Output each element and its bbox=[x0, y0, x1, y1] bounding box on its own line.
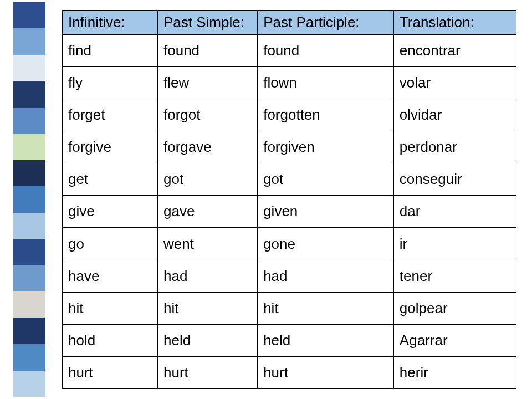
cell-translation: golpear bbox=[393, 292, 516, 324]
cell-translation: Agarrar bbox=[393, 324, 516, 356]
cell-past_simple: forgot bbox=[157, 99, 257, 131]
cell-past_participle: held bbox=[258, 324, 394, 356]
cell-translation: herir bbox=[393, 356, 516, 388]
verb-table: Infinitive: Past Simple: Past Participle… bbox=[62, 10, 516, 389]
verb-table-container: Infinitive: Past Simple: Past Participle… bbox=[62, 10, 516, 389]
decorative-stripes bbox=[13, 2, 45, 397]
cell-past_participle: forgiven bbox=[258, 131, 394, 163]
stripe-segment bbox=[13, 371, 45, 397]
table-row: forgetforgotforgottenolvidar bbox=[63, 99, 516, 131]
header-translation: Translation: bbox=[393, 11, 516, 35]
cell-translation: perdonar bbox=[393, 131, 516, 163]
cell-translation: dar bbox=[393, 196, 516, 228]
table-row: getgotgotconseguir bbox=[63, 163, 516, 196]
cell-infinitive: forgive bbox=[63, 131, 158, 163]
cell-translation: conseguir bbox=[393, 163, 516, 196]
cell-infinitive: hit bbox=[63, 292, 158, 324]
stripe-segment bbox=[13, 265, 45, 291]
stripe-segment bbox=[13, 239, 45, 265]
cell-infinitive: give bbox=[63, 196, 158, 228]
cell-infinitive: get bbox=[63, 163, 158, 196]
cell-infinitive: hold bbox=[63, 324, 158, 356]
cell-infinitive: find bbox=[63, 35, 158, 67]
cell-past_simple: got bbox=[157, 163, 257, 196]
cell-past_simple: had bbox=[157, 260, 257, 292]
cell-translation: encontrar bbox=[393, 35, 516, 67]
cell-past_simple: hurt bbox=[157, 356, 257, 388]
header-past-participle: Past Participle: bbox=[258, 11, 394, 35]
cell-past_simple: flew bbox=[157, 67, 257, 99]
header-infinitive: Infinitive: bbox=[63, 11, 158, 35]
stripe-segment bbox=[13, 2, 45, 28]
cell-infinitive: have bbox=[63, 260, 158, 292]
cell-past_simple: held bbox=[157, 324, 257, 356]
cell-past_simple: went bbox=[157, 228, 257, 260]
cell-past_simple: hit bbox=[157, 292, 257, 324]
cell-past_simple: gave bbox=[157, 196, 257, 228]
stripe-segment bbox=[13, 213, 45, 239]
table-row: forgiveforgaveforgivenperdonar bbox=[63, 131, 516, 163]
cell-past_simple: forgave bbox=[157, 131, 257, 163]
cell-past_participle: hurt bbox=[258, 356, 394, 388]
table-row: flyflewflownvolar bbox=[63, 67, 516, 99]
stripe-segment bbox=[13, 344, 45, 370]
stripe-segment bbox=[13, 81, 45, 107]
header-past-simple: Past Simple: bbox=[157, 11, 257, 35]
cell-past_simple: found bbox=[157, 35, 257, 67]
cell-past_participle: given bbox=[258, 196, 394, 228]
table-row: holdheldheldAgarrar bbox=[63, 324, 516, 356]
stripe-segment bbox=[13, 55, 45, 81]
cell-infinitive: go bbox=[63, 228, 158, 260]
stripe-segment bbox=[13, 28, 45, 54]
stripe-segment bbox=[13, 160, 45, 186]
table-row: hurthurthurtherir bbox=[63, 356, 516, 388]
stripe-segment bbox=[13, 134, 45, 160]
cell-infinitive: forget bbox=[63, 99, 158, 131]
table-row: havehadhadtener bbox=[63, 260, 516, 292]
cell-past_participle: forgotten bbox=[258, 99, 394, 131]
stripe-segment bbox=[13, 186, 45, 212]
cell-past_participle: got bbox=[258, 163, 394, 196]
table-row: findfoundfoundencontrar bbox=[63, 35, 516, 67]
cell-translation: tener bbox=[393, 260, 516, 292]
cell-past_participle: flown bbox=[258, 67, 394, 99]
cell-infinitive: fly bbox=[63, 67, 158, 99]
cell-translation: olvidar bbox=[393, 99, 516, 131]
table-row: givegavegivendar bbox=[63, 196, 516, 228]
cell-past_participle: gone bbox=[258, 228, 394, 260]
cell-infinitive: hurt bbox=[63, 356, 158, 388]
stripe-segment bbox=[13, 291, 45, 318]
cell-past_participle: hit bbox=[258, 292, 394, 324]
stripe-segment bbox=[13, 108, 45, 134]
table-row: gowentgoneir bbox=[63, 228, 516, 260]
stripe-segment bbox=[13, 318, 45, 344]
cell-translation: ir bbox=[393, 228, 516, 260]
table-header-row: Infinitive: Past Simple: Past Participle… bbox=[63, 11, 516, 35]
cell-past_participle: found bbox=[258, 35, 394, 67]
cell-past_participle: had bbox=[258, 260, 394, 292]
table-row: hithithitgolpear bbox=[63, 292, 516, 324]
cell-translation: volar bbox=[393, 67, 516, 99]
